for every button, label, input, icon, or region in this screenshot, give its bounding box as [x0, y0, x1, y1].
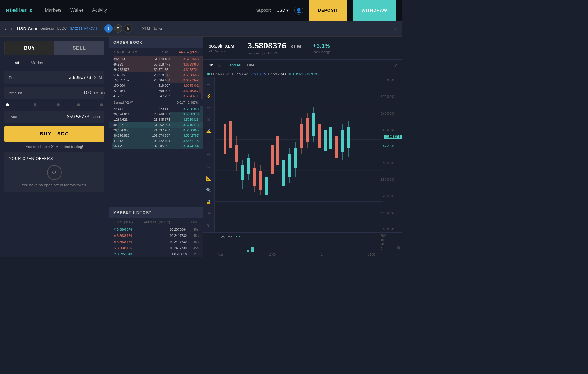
price-level: 3.6500000 — [381, 112, 399, 115]
table-row[interactable]: 19,885.152 20,304.160 3.6077942 — [109, 78, 203, 83]
volume-section: Volume 5.97 — [203, 232, 402, 252]
slider-handle-4[interactable] — [100, 103, 103, 106]
asset-info: USD Coin centre.io USDC GA5ZSE_K4KZVN — [17, 26, 97, 31]
dropdown-arrow[interactable]: ▾ — [11, 26, 13, 31]
amount-label: Amount — [9, 91, 32, 95]
amount-slider[interactable] — [4, 102, 104, 108]
mh-time: 45s — [187, 228, 199, 231]
asset-name: USD Coin — [17, 26, 37, 31]
table-row[interactable]: 47.252 47.252 3.5976671 — [109, 93, 203, 99]
mh-time: 45s — [187, 240, 199, 244]
spread-row: Spread (XLM) 0.017 0.467% — [109, 99, 203, 106]
delete-tool[interactable]: 🗑 — [205, 221, 213, 229]
table-row[interactable]: 563.791 102,685.991 3.5474184 — [109, 143, 203, 149]
tab-limit[interactable]: Limit — [4, 58, 25, 68]
stats-bar: 365.9k XLM 24h Volume 3.5808376 XLM Last… — [203, 37, 402, 60]
back-button[interactable]: ‹ — [4, 26, 6, 32]
slider-handle-1[interactable] — [34, 103, 36, 106]
ohlc-open: O3.5633653 — [211, 72, 229, 76]
expand-button[interactable]: ⤢ — [394, 63, 397, 68]
price-level: 3.7000000 — [381, 95, 399, 98]
draw-tool[interactable]: ✏ — [205, 104, 213, 112]
logo[interactable]: stellar x — [6, 6, 33, 14]
amount-input[interactable] — [32, 90, 91, 95]
table-row[interactable]: 29,752.876 50,571.551 3.6168704 — [109, 67, 203, 72]
ruler-tool[interactable]: 📐 — [205, 174, 213, 182]
table-row[interactable]: 1,287.621 21,535.674 3.5719413 — [109, 117, 203, 122]
line-button[interactable]: Line — [245, 62, 256, 68]
indicator-tool[interactable]: ⚡ — [205, 92, 213, 100]
xlm-native-pair: XLM Native — [142, 26, 164, 31]
slider-handle-0[interactable] — [6, 103, 9, 106]
saturn-icon[interactable]: ♄ — [124, 24, 132, 33]
usdc-icon[interactable]: $ — [104, 24, 113, 33]
slider-handle-3[interactable] — [77, 103, 80, 106]
table-row[interactable]: 30,127.128 51,662.803 3.5719413 — [109, 122, 203, 128]
user-icon[interactable]: 👤 — [294, 6, 303, 15]
nav-wallet[interactable]: Wallet — [70, 8, 83, 13]
table-row[interactable]: 20,134.660 71,797.463 3.5630865 — [109, 128, 203, 133]
text-tool[interactable]: T — [205, 139, 213, 147]
tab-market[interactable]: Market — [25, 58, 49, 68]
lock-tool[interactable]: 🔒 — [205, 198, 213, 206]
total-label: Total — [9, 115, 32, 119]
slider-handle-2[interactable] — [57, 103, 60, 106]
candles-button[interactable]: Candles — [225, 62, 242, 68]
list-item[interactable]: ↘3.5688156 10.2417730 45s — [109, 245, 203, 251]
svg-rect-61 — [247, 250, 249, 252]
table-row[interactable]: 30,276.823 102,074.287 3.5542797 — [109, 133, 203, 138]
zoom-tool[interactable]: 🔍 — [205, 186, 213, 194]
sell-button[interactable]: SELL — [54, 41, 104, 55]
logo-text: stellar — [6, 6, 27, 14]
chart-settings-button[interactable]: ⚙ — [395, 244, 402, 252]
candlestick-chart[interactable]: 3.7500000 3.7000000 3.6500000 3.6000000 … — [215, 77, 402, 232]
amount-field: Amount USDC — [4, 87, 104, 99]
table-row[interactable]: 392.013 51,170.488 3.6231668 — [109, 56, 203, 62]
withdraw-button[interactable]: WITHDRAW — [353, 0, 396, 21]
price-level: 3.5000000 — [381, 178, 399, 181]
svg-rect-16 — [241, 165, 244, 180]
last-price-label: Last price per USDC — [247, 51, 301, 55]
list-item[interactable]: ↘3.5688156 10.2417730 45s — [109, 239, 203, 245]
measure-tool[interactable]: ⚔ — [205, 115, 213, 124]
table-row[interactable]: 150.000 419.007 3.6075901 — [109, 83, 203, 88]
xlm-icon[interactable]: ⟳ — [114, 24, 122, 33]
list-item[interactable]: ↗3.5808376 10.2073884 45s — [109, 226, 203, 232]
list-item[interactable]: ↗3.5953343 1.6589013 2m — [109, 251, 203, 257]
deposit-button[interactable]: DEPOSIT — [309, 0, 347, 21]
pencil-tool[interactable]: ✍ — [205, 127, 213, 135]
chart-toolbar: 1h ⊞ Candles Line ⤢ — [203, 60, 402, 71]
eye-tool[interactable]: 👁 — [205, 209, 213, 218]
sub-navigation: ‹ ▾ USD Coin centre.io USDC GA5ZSE_K4KZV… — [0, 21, 402, 37]
time-axis: Aug 12:00 2 12:00 — [203, 252, 402, 257]
total-currency: XLM — [92, 115, 100, 119]
price-input[interactable] — [32, 75, 91, 80]
volume-level: 40K — [381, 239, 399, 242]
asset-domain: centre.io — [40, 26, 54, 31]
svg-rect-30 — [282, 160, 285, 186]
emoji-tool[interactable]: ☺ — [205, 162, 213, 171]
table-row[interactable]: 20,024.641 20,248.052 3.5808376 — [109, 112, 203, 117]
amount-currency: USDC — [94, 91, 105, 95]
logo-x: x — [27, 6, 33, 14]
table-row[interactable]: 47.912 102,122.199 3.5481715 — [109, 138, 203, 143]
list-item[interactable]: ↘3.5688156 10.2417730 45s — [109, 232, 203, 239]
nav-markets[interactable]: Markets — [45, 8, 61, 13]
crosshair-tool[interactable]: ✛ — [205, 80, 213, 88]
settings-tool[interactable]: ⚙ — [205, 151, 213, 159]
favorite-button[interactable]: ☆ — [393, 25, 397, 32]
svg-rect-52 — [347, 127, 350, 148]
action-buy-button[interactable]: BUY USDC — [4, 126, 104, 142]
table-row[interactable]: 514.515 20,818.675 3.6168665 — [109, 72, 203, 78]
buy-button[interactable]: BUY — [5, 41, 54, 55]
currency-select[interactable]: USD ▾ — [276, 8, 289, 13]
price-level: 3.7500000 — [381, 79, 399, 82]
nav-activity[interactable]: Activity — [92, 8, 107, 13]
support-link[interactable]: Support — [256, 8, 271, 13]
change-stat: +3.1% 24h Change — [313, 43, 331, 54]
table-row[interactable]: 46.923 50,618.475 3.6229363 — [109, 62, 203, 67]
col-price: PRICE (XLM) — [170, 51, 199, 54]
table-row[interactable]: 221.754 269.007 3.6075887 — [109, 88, 203, 93]
table-row[interactable]: 223.411 223.411 3.5808388 — [109, 106, 203, 112]
time-1h-button[interactable]: 1h — [207, 62, 215, 68]
